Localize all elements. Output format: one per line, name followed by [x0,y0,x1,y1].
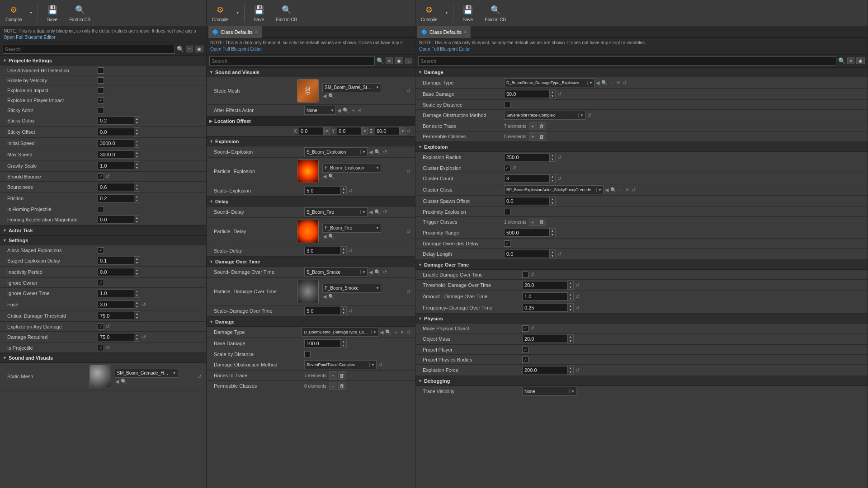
middle-save-button[interactable]: 💾 Save [248,2,270,23]
explosion-radius-reset[interactable]: ↺ [557,155,562,160]
loc-y-spin[interactable]: ▼ [362,127,368,135]
scale-explosion-input[interactable] [304,187,340,195]
sound-delay-search[interactable]: 🔍 [374,209,381,215]
checkbox-cluster-explosion[interactable] [504,165,510,171]
right-base-damage-reset[interactable]: ↺ [557,91,562,97]
right-trigger-remove[interactable]: 🗑 [538,218,546,226]
right-cluster-class-search[interactable]: 🔍 [610,187,617,193]
sound-dot-reset[interactable]: ↺ [382,269,388,275]
inactivity-up[interactable]: ▲ [134,268,140,272]
bounciness-up[interactable]: ▲ [134,183,140,187]
damage-required-down[interactable]: ▼ [134,337,140,341]
explosion-force-down[interactable]: ▼ [568,370,573,374]
mid-mesh-search[interactable]: 🔍 [328,93,335,99]
mid-base-damage-down[interactable]: ▼ [341,343,346,347]
right-damage-type-dropdown[interactable]: D_BoomDemo_DamageType_Explosive ▼ [504,78,594,87]
mid-ae-add[interactable]: ＋ [350,107,356,114]
left-search-icon[interactable]: 🔍 [177,46,184,52]
checkbox-damage-overrides[interactable] [504,240,510,247]
make-physics-reset[interactable]: ↺ [529,325,535,331]
right-base-damage-down[interactable]: ▼ [550,94,555,98]
particle-dot-search[interactable]: 🔍 [328,294,335,300]
delay-length-down[interactable]: ▼ [550,254,555,258]
mid-permeable-remove[interactable]: 🗑 [338,382,346,390]
mid-damage-type-search[interactable]: 🔍 [385,329,392,335]
mid-mesh-dropdown[interactable]: SM_Boom_Barrel_Standard ▼ [322,83,381,92]
freq-dot-reset[interactable]: ↺ [575,305,580,311]
sound-explosion-dropdown[interactable]: S_Boom_Explosion ▼ [304,147,368,156]
friction-up[interactable]: ▲ [134,194,140,198]
left-mesh-reset[interactable]: ↺ [197,374,203,380]
section-mid-damage[interactable]: ▼ Damage [207,317,415,327]
sticky-offset-up[interactable]: ▲ [134,128,140,132]
mid-damage-type-clear[interactable]: ✕ [400,329,405,335]
threshold-dot-input[interactable] [522,281,567,289]
particle-explosion-search[interactable]: 🔍 [328,174,335,179]
initial-speed-up[interactable]: ▲ [134,139,140,143]
checkbox-explode-any-damage[interactable] [98,324,104,330]
delay-length-reset[interactable]: ↺ [557,251,562,257]
scale-delay-down[interactable]: ▼ [341,251,346,255]
sound-delay-back[interactable]: ◀ [368,209,373,215]
particle-delay-back[interactable]: ◀ [322,234,327,239]
mid-base-damage-input[interactable] [304,339,340,347]
ignore-owner-time-up[interactable]: ▲ [134,289,140,293]
mid-damage-obstruction-dropdown[interactable]: SevenPointTrace-Complex ▼ [304,360,377,369]
particle-delay-dropdown[interactable]: P_Boom_Fire ▼ [322,224,381,233]
right-damage-type-search[interactable]: 🔍 [601,80,608,86]
left-mesh-dropdown[interactable]: SM_Boom_Grenade_Hand ▼ [115,369,178,378]
left-grid-view-btn[interactable]: ≡ [186,46,193,52]
initial-speed-down[interactable]: ▼ [134,143,140,147]
gravity-scale-up[interactable]: ▲ [134,162,140,166]
right-bones-remove[interactable]: 🗑 [538,122,546,130]
delay-length-up[interactable]: ▲ [550,250,555,254]
mid-damage-type-reset[interactable]: ↺ [406,329,411,335]
explosion-force-input[interactable] [522,366,567,374]
initial-speed-input[interactable] [98,139,134,147]
sticky-delay-down[interactable]: ▼ [134,121,140,125]
gravity-scale-down[interactable]: ▼ [134,166,140,170]
checkbox-explode-impact[interactable] [98,87,104,94]
section-mid-dot[interactable]: ▼ Damage Over Time [207,257,415,267]
sound-explosion-reset[interactable]: ↺ [382,149,388,155]
amount-dot-input[interactable] [522,292,567,300]
bounciness-down[interactable]: ▼ [134,187,140,191]
particle-delay-reset[interactable]: ↺ [406,229,411,235]
freq-dot-up[interactable]: ▲ [568,304,573,308]
checkbox-use-advanced-hit[interactable] [98,67,104,74]
right-filter-btn[interactable]: ◉ [856,57,865,64]
loc-x-input[interactable] [299,127,324,135]
staged-delay-input[interactable] [98,257,134,265]
loc-z-spin[interactable]: ▼ [400,127,406,135]
section-location-offset[interactable]: ▶ Location Offset [207,116,415,126]
left-mesh-search[interactable]: 🔍 [120,379,127,385]
max-speed-down[interactable]: ▼ [134,155,140,159]
right-cluster-class-dropdown[interactable]: BP_BoomExplosionActor_StickyProxyGrenade… [504,185,604,194]
sound-dot-dropdown[interactable]: S_Boom_Smoke ▼ [304,267,368,277]
find-in-cb-button[interactable]: 🔍 Find in CB [67,2,94,23]
right-bones-add[interactable]: ＋ [529,122,537,130]
mid-mesh-reset[interactable]: ↺ [406,88,411,94]
checkbox-mid-scale-distance[interactable] [304,351,311,357]
section-actor-tick[interactable]: ▼ Actor Tick [0,225,206,235]
sound-explosion-search[interactable]: 🔍 [374,149,381,155]
ignore-owner-time-input[interactable] [98,289,134,297]
enable-dot-reset[interactable]: ↺ [529,272,535,277]
sound-dot-search[interactable]: 🔍 [374,269,381,275]
object-mass-up[interactable]: ▲ [568,335,573,339]
section-right-physics[interactable]: ▼ Physics [415,314,868,324]
cluster-explosion-reset[interactable]: ↺ [511,165,517,171]
right-search-icon[interactable]: 🔍 [838,57,845,64]
damage-required-up[interactable]: ▲ [134,333,140,337]
threshold-dot-down[interactable]: ▼ [568,285,573,289]
particle-dot-reset[interactable]: ↺ [406,289,411,295]
should-bounce-reset[interactable]: ↺ [105,174,111,179]
middle-compile-dropdown-arrow[interactable]: ▼ [235,10,241,16]
loc-y-input[interactable] [337,127,362,135]
right-permeable-add[interactable]: ＋ [529,132,537,141]
checkbox-allow-staged[interactable] [98,247,104,253]
staged-delay-down[interactable]: ▼ [134,261,140,265]
section-settings[interactable]: ▼ Settings [0,235,206,245]
explosion-force-up[interactable]: ▲ [568,366,573,370]
middle-tab-close[interactable]: ✕ [255,29,258,34]
